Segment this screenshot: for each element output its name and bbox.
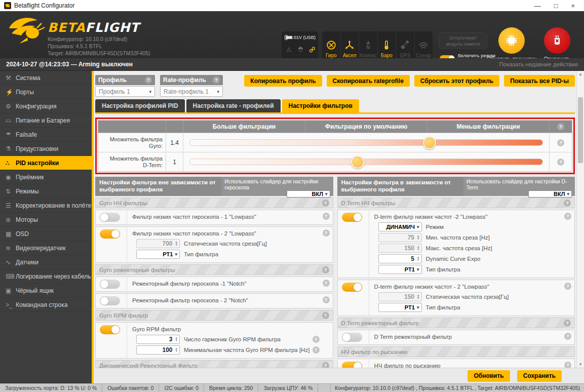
dterm-slider-mode-select[interactable]: ВКЛ▾ [528,190,572,198]
help-icon[interactable]: ? [145,76,152,84]
help-icon[interactable]: ? [564,213,571,220]
gyro-lowpass1-toggle[interactable] [100,213,120,222]
dynamic-curve-expo-input[interactable]: 5▲▼ [378,254,422,263]
help-icon[interactable]: ? [564,283,571,290]
tab-filter-settings[interactable]: Настройки фильтров [282,99,359,112]
gyro-notch1-row: Режекторный фильтр гироскопа -1 "Notch" … [95,277,333,292]
wrench-icon: ⚒ [6,74,16,82]
sidebar-item-vtx[interactable]: ≋Видеопередатчик [0,241,92,255]
disconnect-button[interactable]: Отключить [527,27,584,62]
dterm-lowpass1-mode-select[interactable]: ДИНАМИЧ▾ [378,222,422,231]
sidebar-item-blackbox[interactable]: ▣Чёрный ящик [0,284,92,298]
copy-rateprofile-button[interactable]: Скопировать rateprofile [327,75,410,87]
minimize-button[interactable]: — [534,2,541,10]
rateprofile-select[interactable]: Rate-профиль 1▾ [160,86,223,97]
dterm-min-cutoff-input[interactable]: 75▲▼ [378,233,422,242]
help-icon[interactable]: ? [313,346,320,354]
gyro-lowpass2-type-select[interactable]: PT1▾ [136,250,180,259]
dterm-filter-slider[interactable] [189,159,543,165]
dterm-lowpass1-row: D-term фильтр низких частот -2 "Lowpass"… [337,210,575,278]
sidebar-item-osd[interactable]: ▦OSD [0,227,92,241]
tab-pid-profile-settings[interactable]: Настройка профилей PID [95,99,185,112]
gyro-filter-slider[interactable] [189,139,543,146]
help-icon[interactable]: ? [313,336,320,343]
help-icon[interactable]: ? [323,213,330,220]
spinner-arrows[interactable]: ▲▼ [417,294,419,299]
sidebar-item-adjustments[interactable]: ☰Корректирование в полёте [0,199,92,213]
sidebar-item-ports[interactable]: ⚡Порты [0,85,92,99]
dterm-notch-toggle[interactable] [342,333,362,342]
target-info: Target: AIRB/OMNIBUSF4SD(STM32F405) [48,50,150,57]
gyro-notch2-toggle[interactable] [100,296,120,305]
help-icon[interactable]: ? [323,280,330,287]
rpm-harmonics-input[interactable]: 3▲▼ [136,335,180,344]
dterm-lowpass2-type-select[interactable]: PT1▾ [378,303,422,312]
scroll-up-arrow[interactable]: ▲ [577,72,584,76]
help-icon[interactable]: ? [557,159,564,166]
sidebar-item-failsafe[interactable]: ☂Failsafe [0,128,92,142]
help-icon[interactable]: ? [323,296,330,303]
recent-actions-link[interactable]: Показать недавние действия [499,61,578,67]
yaw-lowpass-toggle[interactable] [342,362,362,368]
profile-select[interactable]: Профиль 1▾ [95,86,155,97]
help-icon[interactable]: ? [322,200,329,207]
sidebar-item-pid-tuning[interactable]: ∴PID настройки [0,156,92,170]
gyro-slider-mode-select[interactable]: ВКЛ▾ [287,190,330,198]
spinner-arrows[interactable]: ▲▼ [417,256,419,261]
sidebar-item-power-battery[interactable]: ▭Питание и Батарея [0,113,92,128]
configurator-version: Конфигуратор: 10.10.0 (c97deaf) [48,35,150,43]
save-button[interactable]: Сохранить [517,370,562,382]
sidebar-item-configuration[interactable]: ⚙Конфигурация [0,99,92,113]
gyro-lowpass2-toggle[interactable] [100,229,120,239]
sidebar-item-setup[interactable]: ⚒Система [0,71,92,85]
sidebar-item-presets[interactable]: ⚗Предустановки [0,142,92,156]
spinner-arrows[interactable]: ▲▼ [417,235,419,240]
maximize-button[interactable]: □ [554,2,558,10]
sidebar-item-sensors[interactable]: ∿Датчики [0,255,92,269]
dterm-lowpass1-toggle[interactable] [342,213,362,222]
show-all-pids-button[interactable]: Показать все PID-ы [504,75,575,87]
spinner-arrows[interactable]: ▲▼ [175,241,178,246]
sidebar-item-receiver[interactable]: ◉Приёмник [0,170,92,184]
sidebar-item-cli[interactable]: >_Командная строка [0,298,92,312]
vertical-scrollbar[interactable]: ▲ ▼ [576,71,584,368]
sidebar-item-logging[interactable]: ⌨Логирование через кабель [0,269,92,284]
close-button[interactable]: × [571,2,575,10]
dterm-lowpass2-toggle[interactable] [342,283,362,292]
sidebar-item-modes[interactable]: ⇅Режимы [0,184,92,199]
usb-disconnect-icon [551,34,564,47]
help-icon[interactable]: ? [564,362,571,368]
help-icon[interactable]: ? [322,362,329,368]
spinner-arrows[interactable]: ▲▼ [175,337,178,342]
dterm-lowpass2-cutoff-input[interactable]: 150▲▼ [378,292,422,301]
help-icon[interactable]: ? [557,139,564,146]
help-icon[interactable]: ? [323,229,330,237]
dterm-slider-handle[interactable] [351,155,364,169]
dataflash-button[interactable]: Отсутствует модуль памяти [439,32,487,49]
sidebar-item-motors[interactable]: ⊛Моторы [0,213,92,227]
gyro-notch1-toggle[interactable] [100,280,120,289]
gyro-lowpass2-cutoff-input[interactable]: 700▲▼ [136,239,180,248]
rpm-min-freq-input[interactable]: 100▲▼ [136,345,180,355]
modes-icon: ⇅ [6,188,16,195]
help-icon[interactable]: ? [213,76,220,84]
gyro-slider-handle[interactable] [423,136,436,149]
dterm-max-cutoff-input[interactable]: 150▲▼ [378,244,422,253]
scrollbar-thumb[interactable] [578,97,583,163]
spinner-arrows[interactable]: ▲▼ [175,347,178,352]
help-icon[interactable]: ? [564,200,571,207]
help-icon[interactable]: ? [322,312,329,319]
tab-rateprofile-settings[interactable]: Настройка rate - профилей [186,99,281,112]
help-icon[interactable]: ? [564,320,571,327]
refresh-button[interactable]: Обновить [468,370,510,382]
scroll-down-arrow[interactable]: ▼ [577,362,584,367]
help-icon[interactable]: ? [564,333,571,340]
gyro-rpm-toggle[interactable] [100,325,120,334]
reset-profile-button[interactable]: Сбросить этот профиль [414,75,499,87]
help-icon[interactable]: ? [322,266,329,273]
section-yaw-lowpass: НЧ фильтр по рысканию [337,346,575,357]
spinner-arrows[interactable]: ▲▼ [417,246,419,251]
copy-profile-button[interactable]: Копировать профиль [244,75,322,87]
dterm-lowpass1-type-select[interactable]: PT1▾ [378,265,422,274]
help-icon[interactable]: ? [557,123,564,130]
